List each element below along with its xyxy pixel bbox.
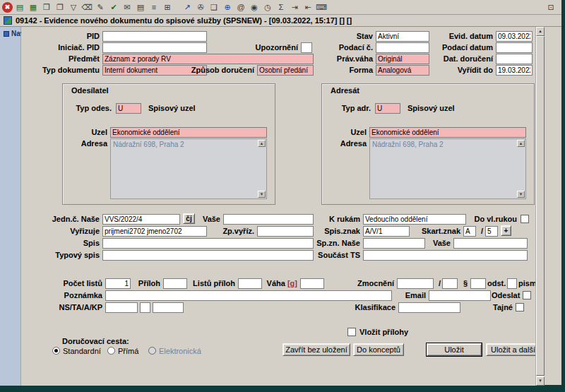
typovy-spis-field[interactable] — [102, 250, 314, 261]
vase-field[interactable] — [223, 214, 314, 225]
listu-priloh-field[interactable] — [238, 278, 262, 289]
adresat-uzel-field[interactable] — [369, 127, 526, 138]
forma-field[interactable] — [376, 65, 429, 76]
vlozit-prilohy-checkbox[interactable] — [347, 328, 356, 336]
typ-adr-field[interactable] — [375, 103, 400, 114]
pid-field[interactable] — [102, 31, 207, 42]
zmocneni-field[interactable] — [397, 278, 434, 289]
import-icon[interactable]: ⇤ — [302, 1, 314, 13]
prav-vaha-field[interactable] — [376, 54, 429, 64]
help-icon[interactable]: ⊡ — [545, 1, 557, 13]
save-button[interactable]: Uložit — [427, 343, 482, 356]
spis-field[interactable] — [102, 238, 314, 249]
exit-icon[interactable]: ✖ — [2, 2, 13, 13]
soucast-ts-label: Součást TS — [311, 250, 360, 261]
clock-icon[interactable]: ◷ — [261, 1, 274, 13]
vaha-label: Váha [g] — [262, 278, 297, 289]
podaci-c-field[interactable] — [376, 42, 429, 53]
spis-znak-field[interactable] — [363, 226, 410, 237]
poznamka-field[interactable] — [105, 290, 392, 301]
vaha-field[interactable] — [300, 278, 324, 289]
radio-prima[interactable] — [107, 347, 115, 355]
ns-ta-a-kp-label: NS/TA/A/KP — [35, 302, 102, 313]
zp-vyriz-field[interactable] — [257, 226, 314, 237]
vyridit-do-field[interactable] — [496, 65, 533, 76]
cj-button[interactable]: čj — [183, 213, 195, 224]
erase-icon[interactable]: ⌫ — [81, 1, 93, 13]
document-icon[interactable]: ▤ — [134, 1, 147, 13]
scrollbar-down-icon[interactable]: ▼ — [536, 376, 545, 386]
scroll-down-icon[interactable]: ▼ — [258, 191, 266, 198]
klasifikace-field[interactable] — [398, 302, 460, 313]
export-icon[interactable]: ⇥ — [288, 1, 301, 13]
adresat-adresa-field[interactable]: Nádražní 698, Praha 2 ▲ ▼ — [369, 138, 526, 199]
scrollbar-up-icon[interactable]: ▲ — [536, 27, 545, 36]
skart-plus-button[interactable]: + — [501, 225, 511, 236]
odst-field[interactable] — [507, 278, 517, 289]
to-drafts-button[interactable]: Do konceptů — [353, 343, 404, 356]
globe-icon[interactable]: ⊕ — [221, 1, 234, 13]
grid-icon[interactable]: ⊞ — [161, 1, 174, 13]
odesilatel-adresa-field[interactable]: Nádražní 698, Praha 2 ▲ ▼ — [110, 138, 267, 199]
pocet-listu-field[interactable] — [105, 278, 131, 289]
eye-icon[interactable]: ◉ — [248, 1, 261, 13]
priloh-label: Příloh — [133, 278, 160, 289]
priloh-field[interactable] — [163, 278, 187, 289]
skart-znak-field[interactable] — [463, 226, 476, 237]
radio-prima-label: Přímá — [118, 347, 138, 356]
mail-icon[interactable]: ✉ — [121, 1, 133, 13]
attachment-icon[interactable]: ✇ — [194, 1, 207, 13]
jednc-nase-field[interactable] — [102, 214, 180, 225]
odesilatel-uzel-field[interactable] — [110, 127, 267, 138]
odeslat-checkbox[interactable] — [523, 291, 531, 299]
podaci-datum-field[interactable] — [496, 42, 533, 53]
vertical-scrollbar[interactable]: ▲ ▼ — [535, 27, 545, 386]
soucast-ts-field[interactable] — [363, 250, 528, 261]
form-canvas — [21, 27, 535, 386]
stav-field[interactable] — [376, 31, 429, 42]
sp-zn-nase-field[interactable] — [363, 238, 425, 249]
list-icon[interactable]: ≡ — [148, 1, 160, 13]
print-icon[interactable]: ❒ — [40, 1, 53, 13]
confirm-icon[interactable]: ✔ — [107, 1, 120, 13]
ns-field-1[interactable] — [105, 302, 138, 313]
odesilatel-spisovy-uzel-label: Spisový uzel — [148, 103, 212, 114]
close-without-save-button[interactable]: Zavřít bez uložení — [282, 343, 350, 356]
predmet-field[interactable] — [102, 54, 314, 64]
keyboard-icon[interactable]: ⌨ — [315, 1, 328, 13]
scroll-up-icon[interactable]: ▲ — [258, 140, 266, 147]
save-icon[interactable]: ▦ — [27, 1, 40, 13]
skart-lhuta-field[interactable] — [485, 226, 498, 237]
nav-panel[interactable]: Nav — [0, 27, 21, 386]
scroll-down-icon[interactable]: ▼ — [517, 191, 525, 198]
sp-zn-vase-field[interactable] — [453, 238, 528, 249]
typ-odes-field[interactable] — [116, 103, 141, 114]
new-document-icon[interactable]: ▤ — [13, 1, 26, 13]
tajne-checkbox[interactable] — [516, 303, 524, 311]
evid-datum-field[interactable] — [496, 31, 533, 42]
email-field[interactable] — [429, 290, 491, 301]
save-and-next-button[interactable]: Uložit a další — [486, 343, 540, 356]
ns-field-3[interactable] — [153, 302, 184, 313]
goto-icon[interactable]: ↗ — [181, 1, 194, 13]
email-at-icon[interactable]: @ — [234, 1, 247, 13]
paragraf-field[interactable] — [470, 278, 486, 289]
window-icon — [4, 16, 12, 25]
filter-icon[interactable]: ▽ — [67, 1, 80, 13]
edit-icon[interactable]: ✎ — [94, 1, 107, 13]
ns-field-2[interactable] — [140, 302, 150, 313]
sum-icon[interactable]: Σ — [275, 1, 287, 13]
scrollbar-thumb[interactable] — [536, 36, 545, 376]
scroll-up-icon[interactable]: ▲ — [517, 140, 525, 147]
dat-doruceni-field[interactable] — [496, 54, 533, 64]
radio-standardni[interactable] — [52, 347, 60, 355]
vyrizuje-field[interactable] — [102, 226, 207, 237]
print-preview-icon[interactable]: ❑ — [208, 1, 220, 13]
zmocneni2-field[interactable] — [442, 278, 458, 289]
stav-label: Stav — [304, 31, 373, 42]
k-rukam-field[interactable] — [363, 214, 466, 225]
copy-icon[interactable]: ❐ — [54, 1, 66, 13]
sp-zn-nase-label: Sp.zn. Naše — [311, 238, 360, 249]
do-vl-rukou-checkbox[interactable] — [521, 215, 529, 223]
iniciac-pid-field[interactable] — [102, 42, 207, 53]
